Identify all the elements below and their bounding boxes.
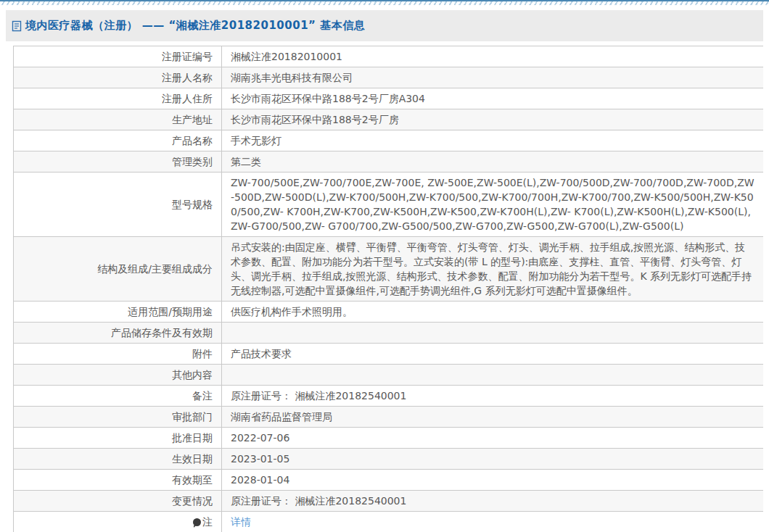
row-label-text: 管理类别 — [172, 154, 213, 169]
row-label: 注册人住所 — [14, 88, 222, 109]
document-icon — [12, 20, 22, 32]
row-value: 长沙市雨花区环保中路188号2号厂房A304 — [222, 88, 763, 109]
row-label-text: 产品储存条件及有效期 — [111, 325, 213, 340]
row-label: 型号规格 — [14, 173, 222, 236]
row-label: 审批部门 — [14, 407, 222, 427]
row-value: 湖南省药品监督管理局 — [222, 407, 763, 427]
row-value: 原注册证号： 湘械注准20182540001 — [222, 386, 763, 406]
row-label: 注册证编号 — [14, 46, 222, 67]
row-value: 产品技术要求 — [222, 344, 763, 364]
row-label-text: 有效期至 — [172, 473, 213, 487]
top-stripe-bar — [0, 1, 769, 5]
page-container: 境内医疗器械（注册） —— “湘械注准20182010001” 基本信息 注册证… — [6, 10, 763, 532]
comment-icon — [193, 518, 201, 526]
row-label-text: 注册人名称 — [162, 70, 213, 85]
row-label: 有效期至 — [14, 470, 222, 490]
table-row: 审批部门湖南省药品监督管理局 — [13, 407, 763, 428]
row-value — [222, 323, 763, 343]
row-value: 第二类 — [222, 151, 763, 172]
row-value: ZW-700/500E,ZW-700/700E,ZW-700E, ZW-500E… — [222, 173, 763, 236]
table-row: 注册人名称湖南兆丰光电科技有限公司 — [13, 67, 763, 88]
row-label-text: 注册人住所 — [162, 91, 213, 106]
row-value: 手术无影灯 — [222, 130, 763, 151]
row-label-text: 注册证编号 — [162, 49, 213, 64]
row-value: 吊式安装的:由固定座、横臂、平衡臂、平衡弯管、灯头弯管、灯头、调光手柄、拉手组成… — [222, 237, 763, 301]
row-label-text: 备注 — [192, 388, 213, 403]
row-label: 变更情况 — [14, 491, 222, 511]
table-row: 生效日期2023-01-05 — [13, 449, 763, 470]
row-label: 批准日期 — [14, 428, 222, 448]
row-label-text: 型号规格 — [172, 197, 213, 212]
row-label-text: 生产地址 — [172, 112, 213, 127]
row-label-text: 审批部门 — [172, 410, 213, 424]
row-value — [222, 365, 763, 385]
row-label: 备注 — [14, 386, 222, 406]
table-row: 型号规格ZW-700/500E,ZW-700/700E,ZW-700E, ZW-… — [13, 173, 763, 237]
row-value: 长沙市雨花区环保中路188号2号厂房 — [222, 109, 763, 130]
page-title: 境内医疗器械（注册） —— “湘械注准20182010001” 基本信息 — [25, 19, 365, 33]
row-label: 产品名称 — [14, 130, 222, 151]
row-value: 湘械注准20182010001 — [222, 46, 763, 67]
row-label-text: 适用范围/预期用途 — [128, 304, 213, 319]
row-label: 适用范围/预期用途 — [14, 302, 222, 322]
row-label: 产品储存条件及有效期 — [14, 323, 222, 343]
row-label-text: 批准日期 — [172, 431, 213, 445]
table-row: 注册人住所长沙市雨花区环保中路188号2号厂房A304 — [13, 88, 763, 109]
row-value: 详情 — [222, 512, 763, 532]
row-label: 附件 — [14, 344, 222, 364]
row-label: 生产地址 — [14, 109, 222, 130]
table-row: 变更情况原注册证号： 湘械注准20182540001 — [13, 491, 763, 512]
page-header: 境内医疗器械（注册） —— “湘械注准20182010001” 基本信息 — [6, 10, 763, 41]
row-value: 2023-01-05 — [222, 449, 763, 469]
row-value: 原注册证号： 湘械注准20182540001 — [222, 491, 763, 511]
row-label: 注 — [14, 512, 222, 532]
row-label: 生效日期 — [14, 449, 222, 469]
row-label-text: 附件 — [192, 346, 213, 361]
row-label: 结构及组成/主要组成成分 — [14, 237, 222, 301]
table-row: 管理类别第二类 — [13, 151, 763, 173]
table-row: 其他内容 — [13, 365, 763, 386]
table-row: 适用范围/预期用途供医疗机构作手术照明用。 — [13, 302, 763, 323]
row-label-text: 产品名称 — [172, 133, 213, 148]
table-row: 产品储存条件及有效期 — [13, 323, 763, 344]
row-label-text: 生效日期 — [172, 452, 213, 466]
row-label-text: 结构及组成/主要组成成分 — [97, 262, 213, 276]
table-row: 备注原注册证号： 湘械注准20182540001 — [13, 386, 763, 407]
table-row: 注详情 — [13, 512, 763, 532]
row-label: 其他内容 — [14, 365, 222, 385]
table-row: 产品名称手术无影灯 — [13, 130, 763, 151]
table-row: 生产地址长沙市雨花区环保中路188号2号厂房 — [13, 109, 763, 130]
table-row: 附件产品技术要求 — [13, 344, 763, 365]
row-label-text: 变更情况 — [172, 494, 213, 508]
table-row: 注册证编号湘械注准20182010001 — [13, 46, 763, 67]
row-value: 湖南兆丰光电科技有限公司 — [222, 67, 763, 88]
registration-info-table: 注册证编号湘械注准20182010001注册人名称湖南兆丰光电科技有限公司注册人… — [13, 46, 763, 532]
row-value: 2028-01-04 — [222, 470, 763, 490]
table-row: 结构及组成/主要组成成分吊式安装的:由固定座、横臂、平衡臂、平衡弯管、灯头弯管、… — [13, 237, 763, 302]
table-row: 批准日期2022-07-06 — [13, 428, 763, 449]
row-label-text: 注 — [202, 515, 213, 529]
table-row: 有效期至2028-01-04 — [13, 470, 763, 491]
row-value: 2022-07-06 — [222, 428, 763, 448]
details-link[interactable]: 详情 — [231, 516, 251, 528]
row-label: 管理类别 — [14, 151, 222, 172]
row-value: 供医疗机构作手术照明用。 — [222, 302, 763, 322]
row-label-text: 其他内容 — [172, 367, 213, 382]
row-label: 注册人名称 — [14, 67, 222, 88]
